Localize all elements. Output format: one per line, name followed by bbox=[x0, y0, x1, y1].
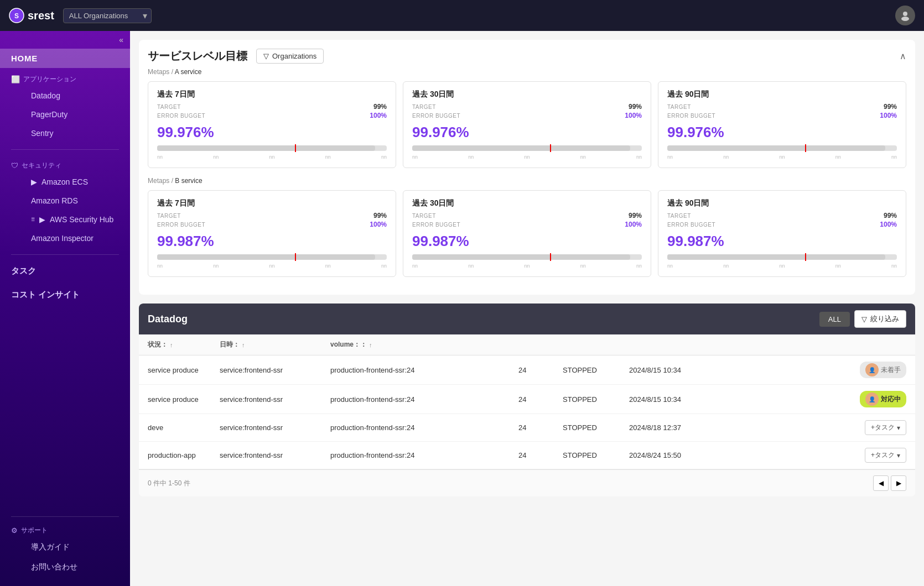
slo-period-a-30d: 過去 30日間 bbox=[412, 90, 642, 100]
sidebar-divider-2 bbox=[11, 254, 119, 255]
sidebar-item-tasks[interactable]: タスク bbox=[0, 259, 130, 283]
avatar-1: 👤 bbox=[865, 363, 879, 376]
svg-point-3 bbox=[901, 17, 909, 21]
tasks-label: タスク bbox=[11, 266, 36, 276]
td-ts-4: 2024/8/24 15:50 bbox=[629, 451, 729, 459]
td-num-1: 24 bbox=[518, 366, 563, 374]
topbar: S srest ALL Organizations bbox=[0, 0, 924, 31]
sidebar-item-sentry[interactable]: Sentry bbox=[20, 124, 130, 143]
main-layout: « HOME ⬜ アプリケーション Datadog PagerDuty Sent… bbox=[0, 31, 924, 586]
slo-bar-marker bbox=[295, 144, 296, 152]
td-volume-3: production-frontend-ssr:24 bbox=[330, 423, 518, 432]
btn-filter[interactable]: ▽ 絞り込み bbox=[854, 310, 906, 328]
sort-arrow-datetime[interactable]: ↑ bbox=[242, 342, 245, 348]
slo-filter-btn[interactable]: ▽ Organizations bbox=[256, 49, 324, 64]
btn-task-4[interactable]: +タスク ▾ bbox=[865, 448, 906, 463]
sidebar-category-security: 🛡 セキュリティ bbox=[0, 156, 130, 172]
td-state-2: STOPPED bbox=[563, 395, 629, 404]
slo-section: サービスレベル目標 ▽ Organizations ∧ Metaps / A s… bbox=[139, 40, 915, 295]
td-action-1: 👤 未着手 bbox=[729, 362, 906, 378]
th-datetime-label: 日時： bbox=[220, 340, 240, 349]
sidebar-sub-app: Datadog PagerDuty Sentry bbox=[0, 86, 130, 143]
chevron-task-3: ▾ bbox=[897, 424, 900, 432]
slo-collapse-btn[interactable]: ∧ bbox=[900, 51, 906, 61]
svg-text:S: S bbox=[14, 12, 19, 20]
slo-value-b-7d: 99.987% bbox=[157, 233, 387, 250]
sort-arrow-status[interactable]: ↑ bbox=[170, 342, 173, 348]
th-status: 状況： ↑ bbox=[148, 340, 220, 349]
main-content: サービスレベル目標 ▽ Organizations ∧ Metaps / A s… bbox=[130, 31, 924, 586]
datadog-section: Datadog ALL ▽ 絞り込み 状況： ↑ 日時： ↑ bbox=[139, 304, 915, 496]
td-action-2: 👤 対応中 bbox=[729, 391, 906, 407]
slo-period-a-7d: 過去 7日間 bbox=[157, 90, 387, 100]
btn-task-3[interactable]: +タスク ▾ bbox=[865, 420, 906, 435]
chevron-icon-hub: ▶ bbox=[39, 215, 45, 224]
td-action-4: +タスク ▾ bbox=[729, 448, 906, 463]
td-state-3: STOPPED bbox=[563, 423, 629, 432]
td-ts-2: 2024/8/15 10:34 bbox=[629, 395, 729, 404]
logo-icon: S bbox=[9, 8, 24, 23]
sidebar-security-label: セキュリティ bbox=[22, 161, 61, 170]
slo-meta-target-a-7d: TARGET 99% bbox=[157, 103, 387, 111]
page-prev-btn[interactable]: ◀ bbox=[873, 475, 889, 491]
sidebar-item-guide[interactable]: 導入ガイド bbox=[20, 537, 130, 557]
datadog-header-controls: ALL ▽ 絞り込み bbox=[819, 310, 906, 328]
sidebar-item-pagerduty[interactable]: PagerDuty bbox=[20, 105, 130, 124]
td-datetime-4: service:frontend-ssr bbox=[220, 451, 330, 459]
datadog-header: Datadog ALL ▽ 絞り込み bbox=[139, 304, 915, 334]
org-select[interactable]: ALL Organizations bbox=[63, 8, 152, 23]
sidebar-app-label: アプリケーション bbox=[23, 75, 76, 84]
td-volume-4: production-frontend-ssr:24 bbox=[330, 451, 518, 459]
slo-filter-label: Organizations bbox=[272, 52, 316, 60]
slo-cards-b: 過去 7日間 TARGET 99% ERROR BUGGET 100% 99.9… bbox=[148, 190, 906, 277]
sidebar-divider-3 bbox=[11, 516, 119, 517]
filter-icon: ▽ bbox=[263, 52, 269, 60]
guide-label: 導入ガイド bbox=[31, 542, 70, 552]
page-next-btn[interactable]: ▶ bbox=[891, 475, 906, 491]
sidebar-collapse-btn[interactable]: « bbox=[0, 31, 130, 49]
sidebar-item-home[interactable]: HOME bbox=[0, 49, 130, 68]
drag-icon-hub: ⠿ bbox=[31, 217, 35, 223]
sidebar-item-ecs[interactable]: ▶ Amazon ECS bbox=[20, 172, 130, 191]
th-volume: volume：： ↑ bbox=[330, 340, 518, 349]
sidebar-item-hub-label: AWS Security Hub bbox=[50, 215, 113, 224]
datadog-title: Datadog bbox=[148, 313, 188, 325]
security-icon: 🛡 bbox=[11, 161, 18, 170]
slo-group-b: Metaps / B service 過去 7日間 TARGET 99% ERR… bbox=[148, 177, 906, 277]
slo-card-a-90d: 過去 90日間 TARGET 99% ERROR BUGGET 100% 99.… bbox=[658, 81, 906, 168]
sidebar-category-support: ⚙ サポート bbox=[0, 521, 130, 537]
td-volume-1: production-frontend-ssr:24 bbox=[330, 366, 518, 374]
avatar-2: 👤 bbox=[865, 393, 879, 406]
sort-arrow-volume[interactable]: ↑ bbox=[369, 342, 372, 348]
td-num-2: 24 bbox=[518, 395, 563, 404]
badge-active-2: 👤 対応中 bbox=[860, 391, 906, 407]
sidebar-item-inspector-label: Amazon Inspector bbox=[31, 234, 94, 243]
sidebar-item-datadog[interactable]: Datadog bbox=[20, 86, 130, 105]
slo-bar-a-30d bbox=[412, 145, 642, 151]
slo-group-a-breadcrumb: Metaps / A service bbox=[148, 68, 906, 76]
cost-label: コスト インサイト bbox=[11, 290, 80, 300]
org-select-wrapper[interactable]: ALL Organizations bbox=[63, 8, 152, 23]
user-avatar[interactable] bbox=[895, 6, 915, 25]
pagination-btns: ◀ ▶ bbox=[873, 475, 906, 491]
slo-period-a-90d: 過去 90日間 bbox=[667, 90, 897, 100]
sidebar-divider-1 bbox=[11, 149, 119, 150]
btn-all[interactable]: ALL bbox=[819, 312, 850, 327]
btn-filter-label: 絞り込み bbox=[870, 314, 899, 324]
slo-card-b-7d: 過去 7日間 TARGET 99% ERROR BUGGET 100% 99.9… bbox=[148, 190, 396, 277]
slo-ticks-a-7d: nn nn nn nn nn bbox=[157, 154, 387, 160]
sidebar-item-rds[interactable]: Amazon RDS bbox=[20, 191, 130, 210]
slo-card-a-7d: 過去 7日間 TARGET 99% ERROR BUGGET 100% 99.9… bbox=[148, 81, 396, 168]
sidebar-sub-support: 導入ガイド お問い合わせ bbox=[0, 537, 130, 577]
slo-value-a-90d: 99.976% bbox=[667, 124, 897, 141]
sidebar-item-cost[interactable]: コスト インサイト bbox=[0, 283, 130, 307]
sidebar-item-security-hub[interactable]: ⠿ ▶ AWS Security Hub bbox=[20, 210, 130, 229]
sidebar-item-inspector[interactable]: Amazon Inspector bbox=[20, 229, 130, 248]
table-header: 状況： ↑ 日時： ↑ volume：： ↑ bbox=[139, 334, 915, 355]
slo-bar-a-90d bbox=[667, 145, 897, 151]
pagination-info: 0 件中 1-50 件 bbox=[148, 479, 190, 488]
svg-point-2 bbox=[903, 12, 907, 16]
sidebar-item-contact[interactable]: お問い合わせ bbox=[20, 557, 130, 577]
sidebar-sub-security: ▶ Amazon ECS Amazon RDS ⠿ ▶ AWS Security… bbox=[0, 172, 130, 248]
slo-group-a: Metaps / A service 過去 7日間 TARGET 99% ERR… bbox=[148, 68, 906, 168]
